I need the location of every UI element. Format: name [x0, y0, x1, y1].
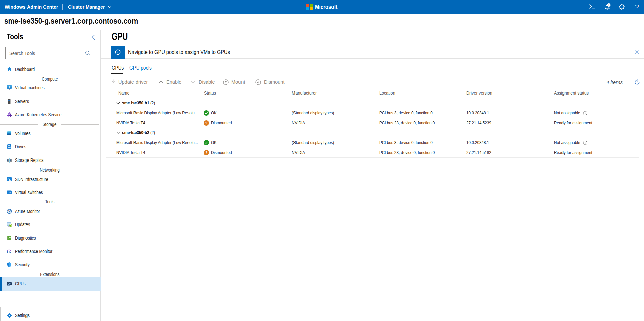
svg-text:1: 1 [608, 3, 610, 7]
svg-text:?: ? [205, 121, 207, 125]
svg-text:?: ? [205, 151, 207, 155]
